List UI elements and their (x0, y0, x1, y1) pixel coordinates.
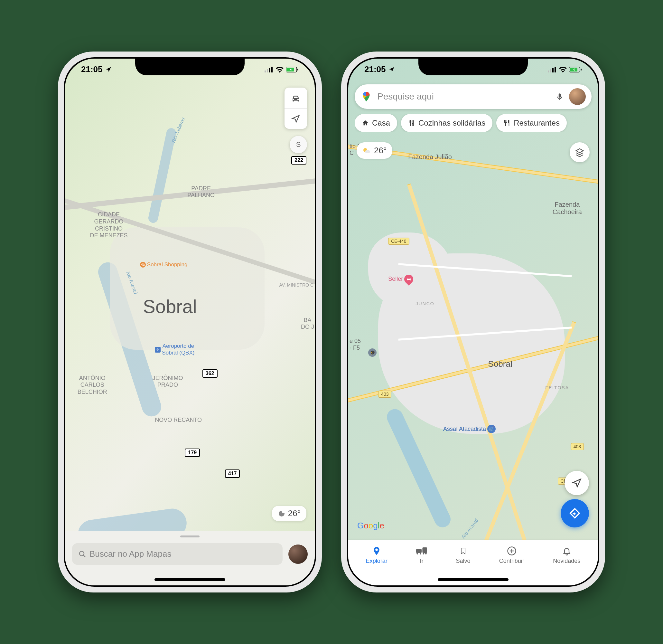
svg-rect-9 (548, 70, 549, 72)
locate-me-button[interactable] (565, 471, 589, 495)
city-label: Sobral (488, 359, 512, 369)
profile-avatar[interactable] (569, 88, 586, 105)
neighborhood-label: BA DO J (301, 317, 314, 331)
sheet-drag-handle[interactable] (180, 535, 200, 537)
weather-badge[interactable]: 26° (272, 506, 306, 521)
status-time: 21:05 (81, 64, 103, 74)
weather-badge[interactable]: 26° (357, 142, 392, 159)
nav-explore[interactable]: Explorar (366, 546, 388, 585)
transit-icon (416, 546, 427, 556)
river-label: Rio Acaraú (461, 517, 480, 540)
location-arrow-icon (105, 66, 112, 73)
google-maps-logo-icon (361, 91, 372, 103)
place-label: e 05 - F5 (349, 338, 361, 351)
nav-go[interactable]: Ir (416, 546, 427, 585)
airplane-icon: ✈ (155, 347, 161, 353)
apple-maps-screen[interactable]: 21:05 Sobral PADRE PALHANO CIDADE GERARD… (65, 59, 315, 585)
signal-icon (265, 67, 274, 72)
wifi-icon (275, 66, 284, 73)
svg-rect-19 (416, 549, 421, 553)
road-label: AV. MINISTRO C (279, 282, 314, 288)
driving-mode-button[interactable] (284, 88, 307, 108)
poi-seller[interactable]: Seller 🛏 (388, 275, 413, 284)
home-indicator[interactable] (438, 578, 508, 581)
svg-line-8 (83, 555, 85, 557)
svg-rect-0 (265, 70, 266, 72)
svg-point-7 (79, 551, 84, 556)
partly-cloudy-icon (362, 147, 371, 154)
city-label: Sobral (143, 295, 197, 317)
temperature: 26° (374, 146, 387, 156)
place-label: Fazenda Julião (408, 153, 452, 161)
temperature: 26° (288, 508, 301, 518)
poi-shopping[interactable]: 🛍 Sobral Shopping (140, 262, 188, 268)
route-shield: 222 (291, 156, 306, 164)
car-icon (290, 93, 301, 103)
neighborhood-label: ANTÔNIO CARLOS BELCHIOR (77, 375, 107, 396)
search-sheet[interactable]: Buscar no App Mapas (65, 531, 315, 585)
directions-icon (568, 507, 581, 520)
svg-rect-15 (580, 69, 581, 70)
microphone-icon[interactable] (555, 91, 564, 102)
phone-bezel: 21:05 Sobral PADRE PALHANO CIDADE GERARD… (64, 57, 316, 587)
chip-restaurants[interactable]: Restaurantes (496, 114, 567, 132)
location-arrow-icon (291, 114, 300, 123)
directions-fab[interactable] (561, 499, 589, 528)
search-bar[interactable]: Pesquise aqui (355, 84, 592, 109)
bookmark-icon (459, 546, 467, 556)
location-arrow-icon (388, 66, 395, 73)
bell-icon (562, 546, 571, 556)
neighborhood-label: CIDADE GERARDO CRISTINO DE MENEZES (90, 211, 128, 239)
chip-kitchens[interactable]: Cozinhas solidárias (401, 114, 493, 132)
neighborhood-label: NOVO RECANTO (155, 417, 202, 424)
home-indicator[interactable] (155, 578, 225, 581)
plus-circle-icon (507, 546, 517, 556)
pin-icon (372, 546, 381, 556)
svg-rect-2 (269, 68, 270, 72)
layers-button[interactable] (570, 142, 590, 162)
restaurant-icon (503, 119, 510, 127)
compass-button[interactable]: S (290, 136, 307, 153)
svg-point-23 (423, 553, 425, 554)
neighborhood-label: PADRE PALHANO (187, 185, 215, 199)
route-shield: 403 (571, 443, 584, 450)
neighborhood-label: JUNCO (416, 301, 434, 306)
poi-airport[interactable]: ✈ Aeroporto de Sobral (QBX) (155, 343, 195, 356)
phone-frame-google: 21:05 Pesquise aqui (341, 51, 605, 593)
moon-icon (278, 510, 285, 517)
nav-updates[interactable]: Novidades (553, 546, 580, 585)
svg-rect-3 (271, 67, 273, 72)
neighborhood-label: JERÔNIMO PRADO (153, 375, 183, 388)
svg-rect-6 (297, 69, 298, 70)
wifi-icon (559, 66, 567, 73)
route-shield: 403 (378, 391, 391, 398)
search-placeholder: Pesquise aqui (377, 91, 550, 102)
compass-label: S (296, 140, 301, 149)
search-input[interactable]: Buscar no App Mapas (72, 543, 282, 565)
neighborhood-label: FEITOSA (545, 385, 569, 390)
battery-charging-icon (286, 66, 299, 73)
profile-avatar[interactable] (289, 545, 308, 564)
locate-me-button[interactable] (284, 108, 307, 129)
phone-frame-apple: 21:05 Sobral PADRE PALHANO CIDADE GERARD… (58, 51, 322, 593)
kitchen-icon (408, 119, 415, 127)
route-shield: 362 (202, 369, 218, 378)
route-shield: 179 (185, 448, 200, 457)
google-maps-screen[interactable]: 21:05 Pesquise aqui (348, 59, 598, 585)
svg-point-21 (420, 553, 421, 554)
chip-home[interactable]: Casa (355, 114, 397, 132)
poi-assai[interactable]: Assaí Atacadista 🛒 (443, 425, 496, 433)
layers-icon (575, 148, 585, 157)
svg-rect-10 (550, 69, 551, 72)
place-label: Fazenda Cachoeira (553, 201, 582, 216)
status-time: 21:05 (364, 64, 386, 74)
route-shield: CE-440 (388, 238, 409, 245)
category-chips: Casa Cozinhas solidárias Restaurantes (355, 114, 598, 132)
phone-bezel: 21:05 Pesquise aqui (347, 57, 599, 587)
svg-point-24 (425, 553, 427, 554)
lodging-pin-icon: 🛏 (402, 273, 415, 286)
home-icon (362, 119, 369, 127)
google-watermark: Google (357, 521, 384, 531)
school-pin-icon[interactable]: 🎓 (368, 349, 376, 357)
search-icon (78, 550, 86, 558)
